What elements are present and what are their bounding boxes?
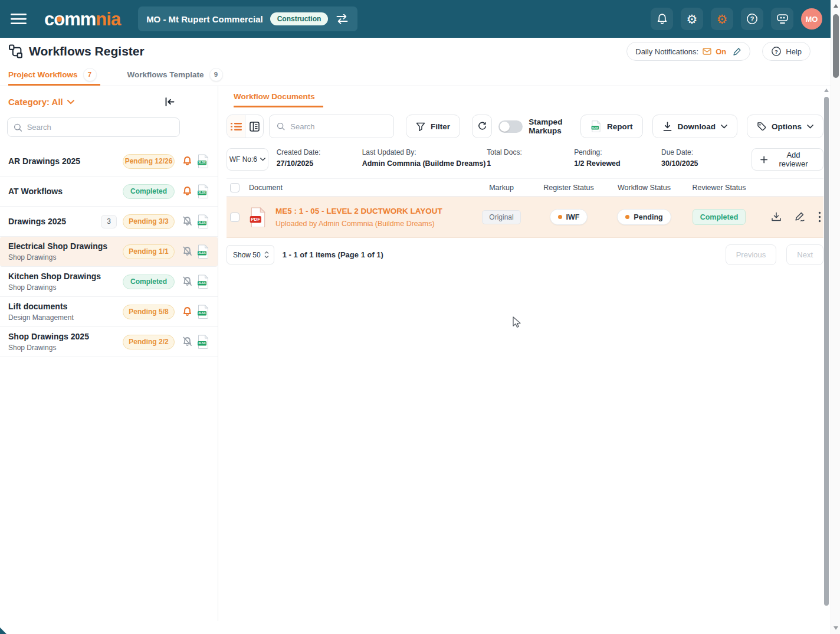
app-window: commnia MO - Mt Rupert Commercial Constr… — [0, 0, 840, 634]
xlsx-file-icon[interactable]: XLSX — [197, 335, 209, 349]
robot-icon — [776, 13, 789, 25]
filter-button[interactable]: Filter — [406, 115, 460, 138]
bell-muted-icon[interactable] — [182, 216, 192, 227]
select-all-checkbox[interactable] — [230, 183, 239, 192]
wf-number-dropdown[interactable]: WF No:6 — [227, 148, 268, 171]
category-label: Category: All — [8, 97, 63, 107]
sidebar-item-drawings-2025[interactable]: Drawings 2025 3 Pending 3/3 XLSX — [0, 207, 218, 237]
report-button[interactable]: XLSX Report — [580, 115, 643, 138]
commnia-logo[interactable]: commnia — [44, 10, 120, 28]
page-size-select[interactable]: Show 50 — [227, 245, 274, 264]
bell-icon — [656, 13, 668, 25]
list-view-icon — [231, 122, 242, 131]
download-icon — [662, 122, 672, 132]
help-icon: ? — [771, 46, 782, 57]
previous-page-button[interactable]: Previous — [726, 244, 777, 265]
documents-table-header: Document Markup Register Status Workflow… — [227, 178, 823, 197]
outer-scrollbar[interactable] — [831, 0, 840, 634]
sidebar-item-lift-documents[interactable]: Lift documents Design Management Pending… — [0, 297, 218, 327]
row-edit-signature-icon[interactable] — [794, 212, 806, 222]
logo-text-1: c — [44, 9, 54, 30]
category-filter-dropdown[interactable]: Category: All — [8, 97, 74, 107]
svg-text:XLSX: XLSX — [198, 342, 206, 345]
xlsx-file-icon[interactable]: XLSX — [197, 244, 209, 259]
edit-pencil-icon[interactable] — [733, 47, 741, 56]
documents-search-input[interactable] — [290, 122, 386, 131]
tab-workflow-documents[interactable]: Workflow Documents — [234, 87, 323, 107]
row-kebab-menu-icon[interactable] — [818, 211, 821, 223]
download-label: Download — [678, 122, 716, 131]
sidebar-item-at-workflows[interactable]: AT Workflows Completed XLSX — [0, 177, 218, 207]
bell-muted-icon[interactable] — [182, 336, 192, 347]
category-sidebar: Category: All AR Drawings 2025 Pending 1… — [0, 86, 218, 621]
svg-text:XLSX: XLSX — [198, 282, 206, 285]
status-badge: Pending 12/26 — [123, 154, 175, 169]
user-avatar[interactable]: MO — [801, 8, 822, 30]
xlsx-file-icon[interactable]: XLSX — [197, 154, 209, 168]
workflow-status-pill[interactable]: Pending — [617, 209, 671, 225]
tab-count-badge: 9 — [209, 68, 223, 81]
pagination-summary: 1 - 1 of 1 items (Page 1 of 1) — [283, 250, 383, 259]
row-download-icon[interactable] — [771, 212, 782, 222]
search-icon — [277, 122, 285, 131]
page-size-label: Show 50 — [233, 251, 261, 259]
register-status-pill[interactable]: IWF — [550, 209, 588, 225]
assistant-robot-button[interactable] — [771, 8, 793, 30]
search-icon — [14, 123, 22, 132]
xlsx-file-icon[interactable]: XLSX — [197, 184, 209, 198]
settings-gear-button[interactable]: ⚙ — [681, 8, 703, 30]
admin-gear-button[interactable]: ⚙ — [711, 8, 733, 30]
documents-toolbar: Filter Stamped Markups XLSX Report — [227, 115, 823, 138]
help-circle-button[interactable]: ? — [741, 8, 763, 30]
document-row[interactable]: PDF ME5 : 1 - 05 - LEVEL 2 DUCTWORK LAYO… — [227, 197, 823, 238]
swap-arrows-icon[interactable] — [335, 14, 349, 24]
inner-scrollbar[interactable] — [824, 89, 829, 619]
xlsx-report-icon: XLSX — [590, 120, 602, 132]
bell-on-icon[interactable] — [182, 156, 192, 166]
options-button[interactable]: Options — [747, 115, 823, 138]
next-page-button[interactable]: Next — [786, 244, 823, 265]
tab-project-workflows[interactable]: Project Workflows 7 — [8, 65, 100, 86]
sidebar-item-electrical-shop-drawings[interactable]: Electrical Shop Drawings Shop Drawings P… — [0, 237, 218, 267]
chevron-down-icon — [67, 100, 74, 104]
svg-text:XLSX: XLSX — [198, 312, 206, 315]
notifications-bell-button[interactable] — [651, 8, 673, 30]
filter-funnel-icon — [416, 122, 425, 131]
sidebar-search-input[interactable] — [27, 123, 173, 132]
chevron-down-icon — [721, 125, 727, 129]
download-button[interactable]: Download — [652, 115, 738, 138]
list-view-button[interactable] — [227, 115, 245, 138]
meta-created-date: Created Date: 27/10/2025 — [277, 147, 362, 168]
collapse-sidebar-icon[interactable] — [164, 97, 175, 107]
bell-on-icon[interactable] — [182, 306, 192, 317]
column-workflow-status: Workflow Status — [608, 184, 681, 192]
refresh-button[interactable] — [472, 115, 492, 138]
document-title-link[interactable]: ME5 : 1 - 05 - LEVEL 2 DUCTWORK LAYOUT — [275, 207, 442, 215]
tab-workflows-template[interactable]: Workflows Template 9 — [127, 65, 227, 86]
documents-search[interactable] — [269, 115, 394, 138]
stamped-markups-toggle[interactable] — [498, 120, 523, 133]
status-badge: Pending 1/1 — [123, 244, 175, 259]
project-phase-badge: Construction — [270, 12, 329, 25]
sidebar-item-kitchen-shop-drawings[interactable]: Kitchen Shop Drawings Shop Drawings Comp… — [0, 267, 218, 297]
item-title: AR Drawings 2025 — [8, 156, 119, 166]
sidebar-item-ar-drawings-2025[interactable]: AR Drawings 2025 Pending 12/26 XLSX — [0, 146, 218, 177]
item-subtitle: Shop Drawings — [8, 283, 119, 292]
page-title: Workflows Register — [29, 44, 145, 58]
bell-muted-icon[interactable] — [182, 276, 192, 287]
status-dot — [625, 215, 629, 219]
project-selector[interactable]: MO - Mt Rupert Commercial Construction — [138, 6, 357, 31]
xlsx-file-icon[interactable]: XLSX — [197, 305, 209, 319]
sidebar-search[interactable] — [7, 117, 180, 137]
card-view-button[interactable] — [245, 115, 263, 138]
daily-notifications-button[interactable]: Daily Notifications: On — [626, 42, 750, 61]
row-checkbox[interactable] — [230, 213, 239, 222]
bell-muted-icon[interactable] — [182, 246, 192, 257]
hamburger-menu-icon[interactable] — [11, 13, 27, 25]
xlsx-file-icon[interactable]: XLSX — [197, 214, 209, 228]
bell-on-icon[interactable] — [182, 186, 192, 197]
xlsx-file-icon[interactable]: XLSX — [197, 274, 209, 289]
help-button[interactable]: ? Help — [762, 42, 811, 61]
add-reviewer-button[interactable]: Add reviewer — [752, 148, 823, 171]
sidebar-item-shop-drawings-2025[interactable]: Shop Drawings 2025 Shop Drawings Pending… — [0, 327, 218, 357]
